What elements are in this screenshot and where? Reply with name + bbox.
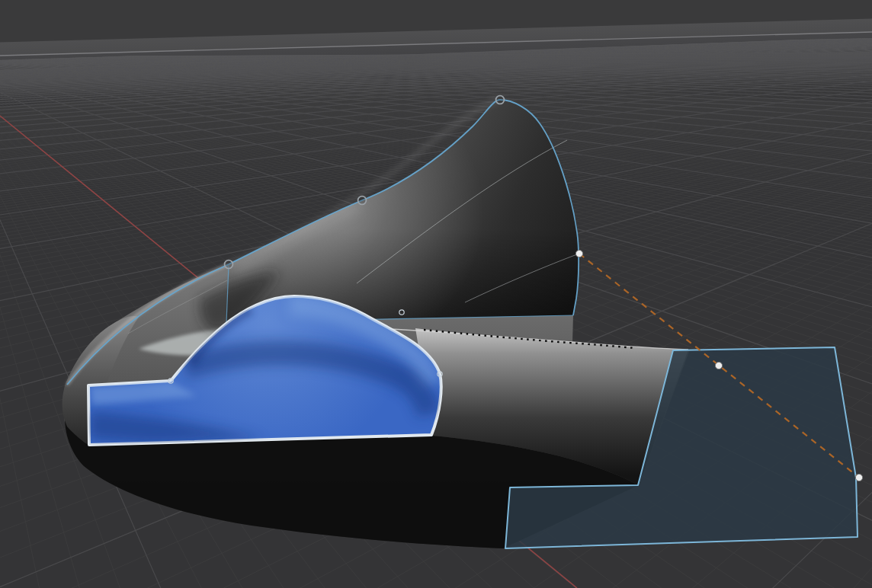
control-point-handle[interactable] — [575, 250, 582, 257]
viewport-canvas[interactable] — [0, 0, 872, 588]
curve-control-circle[interactable] — [496, 96, 505, 104]
curve-control-circle[interactable] — [225, 260, 233, 269]
curve-control-circle[interactable] — [358, 197, 367, 205]
control-point-handle[interactable] — [715, 362, 722, 369]
control-point-handle[interactable] — [855, 474, 862, 481]
viewport[interactable] — [0, 0, 872, 588]
